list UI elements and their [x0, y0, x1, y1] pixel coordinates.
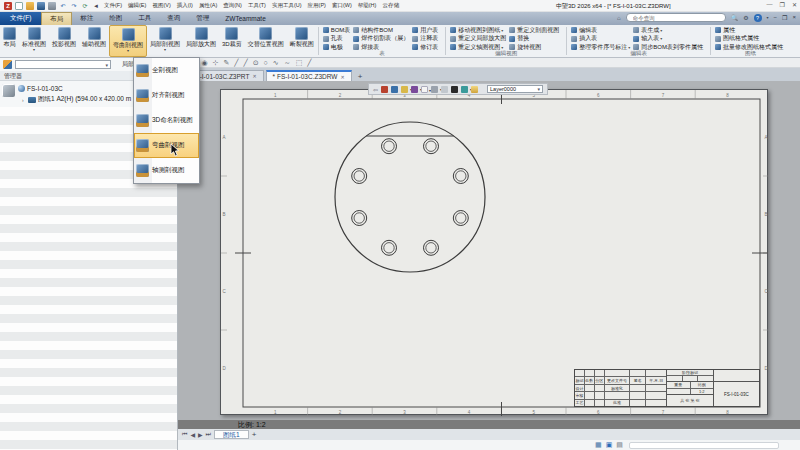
- hatch-style-icon[interactable]: [401, 86, 408, 93]
- menu-item-edit[interactable]: 编辑(E): [128, 2, 146, 9]
- doc-minimize-icon[interactable]: −: [774, 14, 778, 21]
- settings-icon[interactable]: ⚙: [743, 14, 748, 21]
- undo-icon[interactable]: ↶: [59, 2, 67, 10]
- ribbon-button-3d-crop[interactable]: 3D裁剪: [219, 25, 245, 57]
- last-sheet-icon[interactable]: ⏭: [206, 431, 211, 438]
- tab-tools[interactable]: 工具: [130, 12, 159, 25]
- menu-item-window[interactable]: 窗口(W): [332, 2, 352, 9]
- status-input-field[interactable]: [629, 442, 779, 449]
- line-style-icon[interactable]: [431, 86, 438, 93]
- menu-item-insert[interactable]: 插入(I): [177, 2, 193, 9]
- tab-annotate[interactable]: 标注: [72, 12, 101, 25]
- ribbon-small-button[interactable]: 输入表: [633, 35, 703, 44]
- menu-item-isometric-section-view[interactable]: 轴测剖视图: [134, 158, 199, 183]
- visibility-icon[interactable]: [461, 86, 468, 93]
- minimize-icon[interactable]: —: [767, 1, 773, 8]
- sheet-tab[interactable]: 图纸1: [214, 430, 249, 439]
- ribbon-small-button[interactable]: BOM表: [323, 26, 351, 35]
- arc-icon[interactable]: ～: [284, 58, 291, 68]
- keyboard-icon[interactable]: ▤: [616, 441, 623, 449]
- menu-item-inquire[interactable]: 查询(N): [223, 2, 242, 9]
- doc-close-icon[interactable]: ×: [792, 14, 796, 21]
- fill-color-icon[interactable]: [421, 86, 428, 93]
- ribbon-button-broken-view[interactable]: 断裂视图: [287, 25, 317, 57]
- rectangle-icon[interactable]: ⬚: [296, 58, 303, 68]
- flange-view[interactable]: [335, 122, 485, 272]
- ribbon-small-button[interactable]: 插入表: [571, 35, 630, 44]
- help-icon[interactable]: ?: [754, 14, 762, 22]
- ribbon-small-button[interactable]: 用户表: [412, 26, 438, 35]
- close-icon[interactable]: ✕: [252, 73, 256, 79]
- ribbon-small-button[interactable]: 表生成: [633, 26, 703, 35]
- ribbon-button-detail-view[interactable]: 局部放大图: [183, 25, 219, 57]
- document-tab-drawing[interactable]: * FS-I-01-03C.Z3DRW✕: [266, 70, 352, 81]
- polyline-icon[interactable]: ╱: [243, 58, 247, 68]
- tab-manage[interactable]: 管理: [188, 12, 217, 25]
- menu-item-cloud[interactable]: 云存储: [382, 2, 399, 9]
- pencil-icon[interactable]: ✎: [223, 58, 229, 68]
- exit-icon[interactable]: ⇦: [373, 86, 378, 93]
- ribbon-small-button[interactable]: 图纸格式属性: [715, 35, 783, 44]
- menu-item-aligned-section-view[interactable]: 对齐剖视图: [134, 83, 199, 108]
- menu-item-file[interactable]: 文件(F): [104, 2, 122, 9]
- ribbon-small-button[interactable]: 注释表: [412, 35, 438, 44]
- open-file-icon[interactable]: [26, 2, 34, 10]
- print-icon[interactable]: [48, 2, 56, 10]
- settings-icon[interactable]: [441, 86, 448, 93]
- ribbon-button-projection-view[interactable]: 投影视图: [49, 25, 79, 57]
- back-icon[interactable]: ◄: [92, 2, 100, 10]
- menu-item-help[interactable]: 帮助(H): [358, 2, 377, 9]
- chevron-down-icon[interactable]: ▾: [767, 15, 769, 20]
- spline-icon[interactable]: ∿: [273, 58, 279, 68]
- ribbon-button-alternate-position-view[interactable]: 交替位置视图: [245, 25, 287, 57]
- menu-item-applications[interactable]: 应用(P): [308, 2, 326, 9]
- drawing-sheet[interactable]: 12345678 12345678 ABCD ABCD: [220, 89, 768, 415]
- panel-filter-combobox[interactable]: [15, 60, 111, 69]
- circle-icon[interactable]: ⊙: [253, 58, 259, 68]
- menu-item-bend-section-view[interactable]: 弯曲剖视图: [134, 133, 199, 158]
- home-icon[interactable]: ⌂: [617, 15, 621, 21]
- hatch-icon[interactable]: ╱: [307, 58, 311, 68]
- search-icon[interactable]: 🔍: [731, 14, 739, 21]
- ribbon-small-button[interactable]: 移动视图到图纸: [450, 26, 506, 35]
- tab-draw[interactable]: 绘图: [101, 12, 130, 25]
- new-document-button[interactable]: +: [358, 72, 363, 81]
- command-search-input[interactable]: [626, 13, 726, 22]
- new-file-icon[interactable]: [15, 2, 23, 10]
- tab-inquire[interactable]: 查询: [159, 12, 188, 25]
- menu-item-utilities[interactable]: 实用工具(U): [272, 2, 302, 9]
- restore-icon[interactable]: ❐: [780, 1, 785, 8]
- tab-layout[interactable]: 布局: [41, 12, 72, 25]
- ribbon-small-button[interactable]: 结构件BOM: [353, 26, 409, 35]
- redo-icon[interactable]: ↷: [70, 2, 78, 10]
- layer-combobox[interactable]: Layer0000: [487, 85, 543, 93]
- drawing-canvas[interactable]: ⇦ Layer0000: [178, 81, 800, 420]
- ribbon-small-button[interactable]: 焊件切割表（展）: [353, 35, 409, 44]
- ribbon-button-local-section-view[interactable]: 局部剖视图▾: [147, 25, 183, 57]
- menu-item-tools[interactable]: 工具(T): [248, 2, 266, 9]
- tab-zwteammate[interactable]: ZWTeammate: [217, 12, 273, 25]
- ribbon-button-bend-section-view[interactable]: 弯曲剖视图▾: [109, 25, 147, 57]
- menu-item-view[interactable]: 视图(V): [152, 2, 170, 9]
- manager-dock-icon[interactable]: [2, 84, 15, 97]
- next-sheet-icon[interactable]: ▶: [198, 431, 203, 438]
- close-icon[interactable]: ✕: [792, 1, 797, 8]
- save-icon[interactable]: [37, 2, 45, 10]
- ribbon-small-button[interactable]: 重定义局部放大图: [450, 35, 506, 44]
- ribbon-small-button[interactable]: 孔表: [323, 35, 351, 44]
- doc-restore-icon[interactable]: ❐: [782, 14, 787, 21]
- brush-icon[interactable]: [391, 86, 398, 93]
- menu-item-attributes[interactable]: 属性(A): [199, 2, 217, 9]
- ribbon-small-button[interactable]: 编辑表: [571, 26, 630, 35]
- point-icon[interactable]: ⊹: [213, 58, 219, 68]
- color-swatch-icon[interactable]: [451, 86, 458, 93]
- menu-item-3d-named-section-view[interactable]: 3D命名剖视图: [134, 108, 199, 133]
- ellipse-icon[interactable]: ○: [264, 58, 268, 68]
- snap-icon[interactable]: ◉: [201, 58, 207, 68]
- ribbon-small-button[interactable]: 属性: [715, 26, 783, 35]
- prev-sheet-icon[interactable]: ◀: [190, 431, 195, 438]
- monitor-icon[interactable]: ▣: [606, 441, 613, 449]
- regen-icon[interactable]: ⟳: [81, 2, 89, 10]
- ribbon-button-standard-view[interactable]: 标准视图▾: [19, 25, 49, 57]
- ribbon-button-layout[interactable]: 布局: [0, 25, 19, 57]
